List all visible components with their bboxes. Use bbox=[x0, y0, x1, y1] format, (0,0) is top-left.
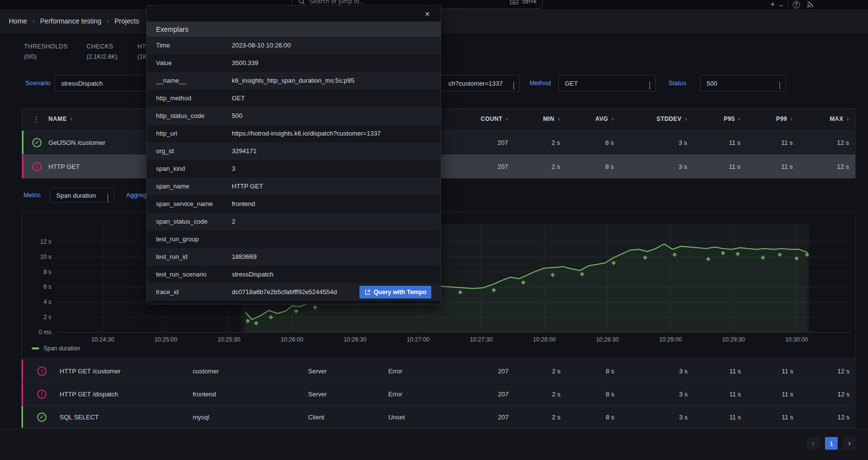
span-value: 3 s bbox=[679, 391, 688, 398]
breadcrumb-separator-icon: › bbox=[32, 17, 35, 25]
span-value: 12 s bbox=[837, 391, 849, 398]
span-status: Unset bbox=[388, 414, 405, 421]
column-header-stddev[interactable]: STDDEV› bbox=[657, 115, 687, 122]
search-placeholder: Search or jump to... bbox=[309, 0, 364, 5]
popup-row-value: 3 bbox=[232, 165, 235, 172]
span-table-row[interactable]: !HTTP GET /dispatchfrontendServerError20… bbox=[22, 382, 856, 405]
close-icon[interactable]: × bbox=[422, 8, 433, 20]
popup-row: span_service_namefrontend bbox=[147, 195, 441, 213]
column-header-count[interactable]: COUNT› bbox=[481, 115, 508, 122]
pagination-prev-icon[interactable]: ‹ bbox=[807, 437, 820, 450]
popup-row-value: 3294171 bbox=[232, 147, 257, 155]
row-value: 3 s bbox=[679, 163, 687, 170]
breadcrumb-separator-icon: › bbox=[107, 17, 109, 25]
breadcrumb-home[interactable]: Home bbox=[9, 17, 27, 25]
aggregation-label: Aggreg bbox=[126, 191, 147, 199]
span-kind: Client bbox=[308, 414, 324, 421]
popup-row-label: trace_id bbox=[156, 288, 178, 296]
popup-row-value: frontend bbox=[232, 200, 255, 207]
kebab-menu-icon[interactable]: ⋮ bbox=[33, 115, 39, 124]
sort-icon: › bbox=[738, 115, 740, 122]
x-axis-tick: 10:27:00 bbox=[407, 336, 430, 343]
method-select[interactable]: GET bbox=[558, 75, 656, 92]
popup-row: test_run_scenariostressDispatch bbox=[147, 266, 441, 283]
tab-checks[interactable]: CHECKS (2.1K/2.6K) bbox=[87, 43, 117, 60]
add-button[interactable]: + bbox=[769, 0, 777, 9]
popup-row-label: Value bbox=[156, 59, 172, 67]
span-value: 2 s bbox=[552, 368, 560, 375]
span-service: mysql bbox=[193, 414, 209, 421]
span-value: 3 s bbox=[679, 414, 688, 421]
row-value: 2 s bbox=[552, 163, 560, 170]
popup-row-value: HTTP GET bbox=[232, 183, 263, 190]
breadcrumb-projects[interactable]: Projects bbox=[114, 17, 139, 25]
span-status: Error bbox=[388, 391, 402, 398]
span-table-row[interactable]: ✓SQL SELECTmysqlClientUnset2072 s8 s3 s1… bbox=[22, 405, 856, 428]
span-value: 11 s bbox=[781, 391, 793, 398]
popup-row: span_kind3 bbox=[147, 160, 441, 178]
pagination-next-icon[interactable]: › bbox=[843, 437, 856, 450]
check-circle-icon: ✓ bbox=[37, 413, 46, 422]
breadcrumb-performance-testing[interactable]: Performance testing bbox=[40, 17, 101, 25]
row-value: 2 s bbox=[552, 139, 560, 146]
popup-row-value: stressDispatch bbox=[232, 271, 273, 278]
status-select[interactable]: 500 bbox=[700, 75, 786, 92]
span-value: 3 s bbox=[679, 368, 688, 375]
row-value: 8 s bbox=[605, 163, 614, 170]
check-circle-icon: ✓ bbox=[32, 138, 42, 147]
row-value: 12 s bbox=[837, 163, 849, 170]
status-label: Status bbox=[668, 79, 687, 87]
x-axis-tick: 10:26:00 bbox=[281, 336, 304, 343]
popup-row: __name__k6_insights_http_span_duration_m… bbox=[147, 72, 441, 90]
pagination-page-1[interactable]: 1 bbox=[825, 437, 838, 450]
chevron-down-icon[interactable] bbox=[778, 0, 784, 9]
span-value: 12 s bbox=[837, 368, 849, 375]
row-value: 11 s bbox=[729, 163, 740, 170]
popup-row-label: span_service_name bbox=[156, 200, 213, 207]
topbar-divider bbox=[787, 1, 788, 8]
column-header-min[interactable]: MIN› bbox=[543, 115, 560, 122]
footer: ‹ 1 › bbox=[0, 428, 868, 460]
popup-row-label: test_run_id bbox=[156, 253, 187, 260]
span-name: SQL SELECT bbox=[60, 414, 99, 421]
popup-row-value: 2 bbox=[232, 218, 235, 225]
row-value: 8 s bbox=[605, 139, 614, 146]
x-axis-tick: 10:24:30 bbox=[91, 336, 114, 343]
tab-thresholds[interactable]: THRESHOLDS (0/0) bbox=[24, 43, 67, 60]
x-axis-tick: 10:25:30 bbox=[218, 336, 241, 343]
column-header-max[interactable]: MAX› bbox=[830, 115, 849, 122]
column-header-avg[interactable]: AVG› bbox=[595, 115, 614, 122]
row-value: 3 s bbox=[679, 139, 687, 146]
sort-icon: › bbox=[558, 115, 560, 122]
popup-title: Exemplars bbox=[147, 22, 441, 37]
sort-icon: › bbox=[506, 115, 508, 122]
span-value: 11 s bbox=[781, 368, 793, 375]
x-axis-tick: 10:28:30 bbox=[596, 336, 619, 343]
column-header-name[interactable]: NAME› bbox=[48, 115, 72, 122]
legend-span-duration[interactable]: Span duration bbox=[32, 345, 80, 352]
row-value: 11 s bbox=[781, 163, 793, 170]
tab-http[interactable]: HT (1K bbox=[137, 43, 147, 60]
span-value: 207 bbox=[498, 414, 509, 421]
news-icon[interactable] bbox=[806, 0, 814, 9]
x-axis-tick: 10:28:00 bbox=[533, 336, 556, 343]
span-name: HTTP GET /dispatch bbox=[60, 391, 118, 398]
span-table-row[interactable]: !HTTP GET /customercustomerServerError20… bbox=[22, 359, 856, 382]
popup-row-label: span_kind bbox=[156, 165, 185, 172]
legend-label: Span duration bbox=[44, 345, 80, 352]
column-header-p99[interactable]: P99› bbox=[776, 115, 793, 122]
metric-select[interactable]: Span duration bbox=[50, 188, 114, 203]
row-value: 11 s bbox=[729, 139, 740, 146]
row-status-strip bbox=[22, 360, 23, 382]
metric-label: Metric bbox=[23, 191, 41, 199]
query-with-tempo-button[interactable]: Query with Tempo bbox=[359, 286, 431, 299]
popup-row-label: Time bbox=[156, 42, 170, 49]
column-header-p95[interactable]: P95› bbox=[724, 115, 740, 122]
popup-row-value: 2023-08-10 10:26:00 bbox=[232, 42, 291, 49]
popup-row-value: 500 bbox=[232, 112, 243, 119]
row-status-strip bbox=[22, 131, 23, 154]
popup-row-label: org_id bbox=[156, 147, 174, 155]
help-icon[interactable]: ? bbox=[792, 0, 800, 9]
x-axis-tick: 10:29:30 bbox=[722, 336, 745, 343]
row-name: HTTP GET bbox=[48, 163, 80, 170]
